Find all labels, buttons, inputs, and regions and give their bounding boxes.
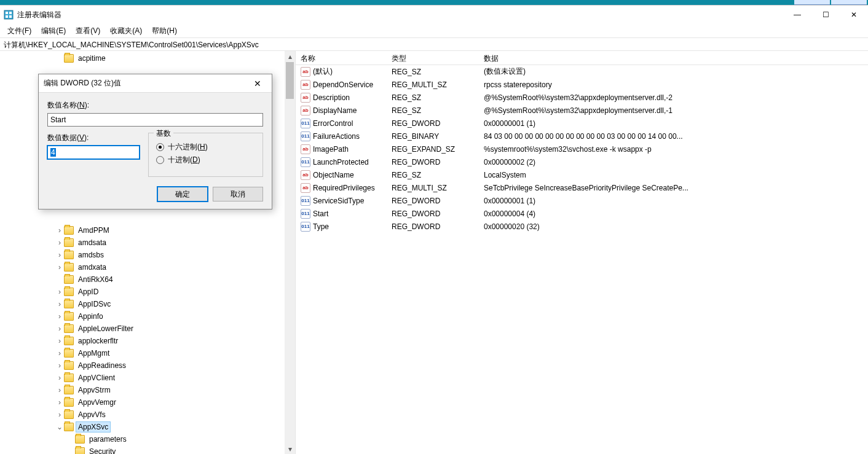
value-name: DisplayName (313, 106, 357, 115)
dialog-close-button[interactable]: ✕ (248, 79, 267, 88)
address-bar[interactable]: 计算机\HKEY_LOCAL_MACHINE\SYSTEM\ControlSet… (0, 37, 868, 51)
expander-icon[interactable]: › (55, 398, 64, 407)
tree-item[interactable]: ›AppleLowerFilter (0, 323, 295, 335)
maximize-button[interactable]: ☐ (811, 6, 840, 24)
value-row[interactable]: abObjectNameREG_SZLocalSystem (296, 168, 868, 181)
tree-item[interactable]: ›AppReadiness (0, 359, 295, 372)
expander-icon[interactable]: › (55, 410, 64, 419)
value-row[interactable]: abImagePathREG_EXPAND_SZ%systemroot%\sys… (296, 143, 868, 155)
dialog-titlebar[interactable]: 编辑 DWORD (32 位)值 ✕ (39, 74, 272, 93)
value-data: rpcss staterepository (479, 80, 868, 89)
dialog-title: 编辑 DWORD (32 位)值 (44, 78, 248, 88)
menu-edit[interactable]: 编辑(E) (36, 25, 71, 37)
value-name: RequiredPrivileges (313, 184, 375, 192)
tree-item[interactable]: ›AppvVfs (0, 409, 295, 421)
tree-item[interactable]: ›AppvStrm (0, 384, 295, 396)
tree-item-label: AntiRkX64 (78, 275, 113, 284)
value-row[interactable]: abDescriptionREG_SZ@%SystemRoot%\system3… (296, 91, 868, 104)
tree-item[interactable]: parameters (0, 433, 295, 445)
value-name: LaunchProtected (313, 158, 369, 166)
tree-item[interactable]: ›AmdPPM (0, 224, 295, 237)
value-data-input[interactable]: 4 (47, 146, 140, 159)
value-row[interactable]: abRequiredPrivilegesREG_MULTI_SZSeTcbPri… (296, 181, 868, 194)
column-type[interactable]: 类型 (387, 51, 479, 65)
expander-icon[interactable]: › (55, 263, 64, 272)
radio-dec[interactable]: 十进制(D) (156, 155, 255, 165)
tree-item[interactable]: Security (0, 445, 295, 454)
value-row[interactable]: 011ErrorControlREG_DWORD0x00000001 (1) (296, 117, 868, 130)
tree-item[interactable]: AntiRkX64 (0, 273, 295, 286)
expander-icon[interactable]: › (55, 251, 64, 259)
folder-icon (64, 423, 74, 431)
expander-icon[interactable]: ⌄ (55, 423, 64, 431)
tree-item[interactable]: ›AppID (0, 286, 295, 298)
tree-item[interactable]: ›amdxata (0, 261, 295, 273)
menu-favorites[interactable]: 收藏夹(A) (105, 25, 147, 37)
tree-item-label: AppReadiness (78, 361, 126, 370)
radio-icon (156, 143, 164, 151)
radio-hex[interactable]: 十六进制(H) (156, 142, 255, 152)
expander-icon[interactable]: › (55, 361, 64, 370)
folder-icon (64, 410, 74, 419)
expander-icon[interactable]: › (55, 300, 64, 308)
expander-icon[interactable]: › (55, 337, 64, 345)
scroll-down-icon[interactable]: ▾ (285, 444, 295, 454)
regedit-window: 注册表编辑器 — ☐ ✕ 文件(F) 编辑(E) 查看(V) 收藏夹(A) 帮助… (0, 5, 868, 454)
menu-help[interactable]: 帮助(H) (147, 25, 182, 37)
tree-item[interactable]: ›Appinfo (0, 310, 295, 323)
menu-view[interactable]: 查看(V) (71, 25, 105, 37)
tree-item[interactable]: ›amdsata (0, 237, 295, 249)
value-type: REG_SZ (387, 68, 479, 76)
value-data: 0x00000020 (32) (479, 222, 868, 231)
value-type: REG_MULTI_SZ (387, 80, 479, 89)
tree-item[interactable]: acpitime (0, 52, 295, 65)
expander-icon[interactable]: › (55, 324, 64, 333)
tree-item-label: AppXSvc (78, 423, 108, 431)
value-row[interactable]: abDependOnServiceREG_MULTI_SZrpcss state… (296, 78, 868, 91)
tree-item[interactable]: ⌄AppXSvc (0, 421, 295, 433)
value-name-input[interactable] (47, 113, 263, 127)
tree-scrollbar[interactable]: ▴ ▾ (285, 51, 295, 454)
folder-icon (64, 349, 74, 358)
tree-item[interactable]: ›amdsbs (0, 249, 295, 261)
value-row[interactable]: 011ServiceSidTypeREG_DWORD0x00000001 (1) (296, 194, 868, 207)
tree-item[interactable]: ›applockerfltr (0, 335, 295, 347)
expander-icon[interactable]: › (55, 386, 64, 394)
tree-item-label: AmdPPM (78, 226, 109, 235)
value-row[interactable]: abDisplayNameREG_SZ@%SystemRoot%\system3… (296, 104, 868, 117)
expander-icon[interactable]: › (55, 238, 64, 247)
column-name[interactable]: 名称 (296, 51, 387, 65)
expander-icon[interactable]: › (55, 374, 64, 382)
expander-icon[interactable]: › (55, 312, 64, 321)
scroll-thumb[interactable] (286, 62, 294, 99)
column-data[interactable]: 数据 (479, 51, 868, 65)
menu-file[interactable]: 文件(F) (2, 25, 36, 37)
value-name: ImagePath (313, 145, 349, 154)
value-row[interactable]: ab(默认)REG_SZ(数值未设置) (296, 65, 868, 78)
expander-icon[interactable]: › (55, 349, 64, 358)
external-tab[interactable] (831, 0, 867, 5)
external-tab[interactable] (794, 0, 830, 5)
value-data: SeTcbPrivilege SeIncreaseBasePriorityPri… (479, 184, 868, 192)
minimize-button[interactable]: — (783, 6, 811, 24)
tree-item[interactable]: ›AppMgmt (0, 347, 295, 359)
value-name: ServiceSidType (313, 197, 364, 205)
ok-button[interactable]: 确定 (157, 187, 208, 202)
cancel-button[interactable]: 取消 (213, 187, 263, 202)
tree-item[interactable]: ›AppvVemgr (0, 396, 295, 409)
value-data: 84 03 00 00 00 00 00 00 00 00 00 00 03 0… (479, 132, 868, 141)
titlebar[interactable]: 注册表编辑器 — ☐ ✕ (0, 6, 868, 24)
expander-icon[interactable]: › (55, 226, 64, 235)
tree-item-label: acpitime (78, 54, 106, 63)
value-row[interactable]: 011TypeREG_DWORD0x00000020 (32) (296, 220, 868, 233)
tree-item[interactable]: ›AppVClient (0, 372, 295, 384)
value-row[interactable]: 011StartREG_DWORD0x00000004 (4) (296, 207, 868, 220)
expander-icon[interactable]: › (55, 288, 64, 296)
scroll-up-icon[interactable]: ▴ (285, 51, 295, 61)
binary-value-icon: 011 (301, 196, 310, 206)
value-row[interactable]: 011LaunchProtectedREG_DWORD0x00000002 (2… (296, 155, 868, 168)
close-button[interactable]: ✕ (840, 6, 868, 24)
value-row[interactable]: 011FailureActionsREG_BINARY84 03 00 00 0… (296, 130, 868, 143)
value-data: @%SystemRoot%\system32\appxdeploymentser… (479, 93, 868, 102)
tree-item[interactable]: ›AppIDSvc (0, 298, 295, 310)
